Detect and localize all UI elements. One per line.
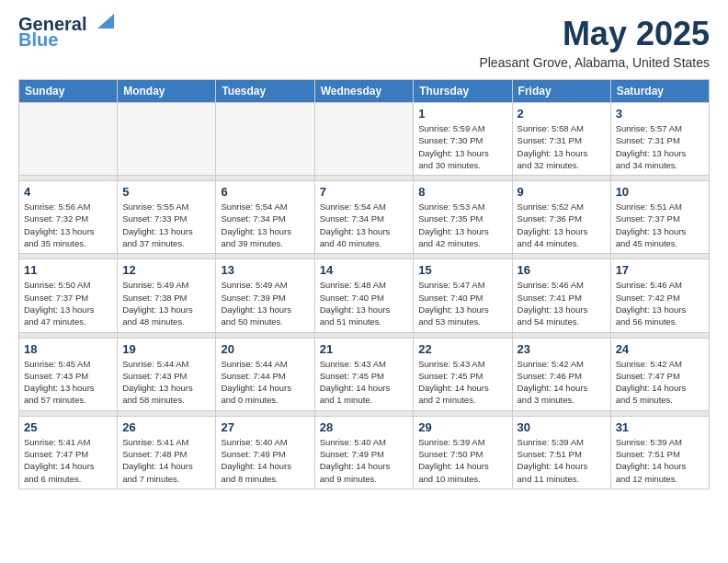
page-container: General Blue May 2025 Pleasant Grove, Al… <box>0 0 728 504</box>
day-number: 17 <box>616 263 704 277</box>
day-info: Sunrise: 5:58 AMSunset: 7:31 PMDaylight:… <box>518 122 606 171</box>
calendar-day: 25Sunrise: 5:41 AMSunset: 7:47 PMDayligh… <box>19 416 118 488</box>
day-number: 26 <box>122 420 210 434</box>
calendar-day: 2Sunrise: 5:58 AMSunset: 7:31 PMDaylight… <box>512 103 610 176</box>
calendar-day: 22Sunrise: 5:43 AMSunset: 7:45 PMDayligh… <box>414 338 512 410</box>
calendar-day: 1Sunrise: 5:59 AMSunset: 7:30 PMDaylight… <box>414 103 512 176</box>
header-tuesday: Tuesday <box>216 80 314 103</box>
day-number: 2 <box>518 107 606 121</box>
calendar-day: 17Sunrise: 5:46 AMSunset: 7:42 PMDayligh… <box>610 259 709 332</box>
calendar-day: 23Sunrise: 5:42 AMSunset: 7:46 PMDayligh… <box>512 338 610 410</box>
day-number: 1 <box>418 107 506 121</box>
logo-triangle-icon <box>97 14 114 29</box>
header-saturday: Saturday <box>610 80 709 103</box>
calendar-day: 3Sunrise: 5:57 AMSunset: 7:31 PMDaylight… <box>610 103 709 176</box>
day-info: Sunrise: 5:39 AMSunset: 7:51 PMDaylight:… <box>518 436 606 485</box>
header-sunday: Sunday <box>19 80 118 103</box>
calendar-day: 16Sunrise: 5:46 AMSunset: 7:41 PMDayligh… <box>512 259 610 332</box>
calendar-day: 8Sunrise: 5:53 AMSunset: 7:35 PMDaylight… <box>414 181 512 254</box>
day-info: Sunrise: 5:39 AMSunset: 7:51 PMDaylight:… <box>616 436 704 485</box>
day-info: Sunrise: 5:46 AMSunset: 7:42 PMDaylight:… <box>616 279 704 327</box>
day-info: Sunrise: 5:55 AMSunset: 7:33 PMDaylight:… <box>122 201 210 249</box>
day-number: 4 <box>24 185 112 199</box>
day-info: Sunrise: 5:44 AMSunset: 7:43 PMDaylight:… <box>122 358 210 407</box>
calendar-day <box>314 103 414 176</box>
day-number: 10 <box>616 185 704 199</box>
header-thursday: Thursday <box>414 80 512 103</box>
calendar-day: 29Sunrise: 5:39 AMSunset: 7:50 PMDayligh… <box>414 416 512 488</box>
calendar-day: 15Sunrise: 5:47 AMSunset: 7:40 PMDayligh… <box>414 259 512 332</box>
day-number: 21 <box>320 342 409 356</box>
day-info: Sunrise: 5:43 AMSunset: 7:45 PMDaylight:… <box>418 358 506 407</box>
month-title: May 2025 <box>479 15 710 53</box>
header-friday: Friday <box>512 80 610 103</box>
day-info: Sunrise: 5:45 AMSunset: 7:43 PMDaylight:… <box>24 358 112 407</box>
calendar-day: 10Sunrise: 5:51 AMSunset: 7:37 PMDayligh… <box>610 181 709 254</box>
day-number: 6 <box>221 185 309 199</box>
day-info: Sunrise: 5:54 AMSunset: 7:34 PMDaylight:… <box>320 201 409 249</box>
day-info: Sunrise: 5:42 AMSunset: 7:46 PMDaylight:… <box>518 358 606 407</box>
calendar-table: Sunday Monday Tuesday Wednesday Thursday… <box>18 79 710 489</box>
logo: General Blue <box>18 15 114 51</box>
calendar-day: 5Sunrise: 5:55 AMSunset: 7:33 PMDaylight… <box>118 181 216 254</box>
calendar-day: 21Sunrise: 5:43 AMSunset: 7:45 PMDayligh… <box>314 338 414 410</box>
day-number: 12 <box>122 263 210 277</box>
calendar-week-row-3: 11Sunrise: 5:50 AMSunset: 7:37 PMDayligh… <box>19 259 710 332</box>
day-number: 8 <box>418 185 506 199</box>
day-number: 5 <box>122 185 210 199</box>
day-number: 28 <box>320 420 409 434</box>
calendar-day: 20Sunrise: 5:44 AMSunset: 7:44 PMDayligh… <box>216 338 314 410</box>
calendar-week-row-1: 1Sunrise: 5:59 AMSunset: 7:30 PMDaylight… <box>19 103 710 176</box>
day-info: Sunrise: 5:47 AMSunset: 7:40 PMDaylight:… <box>418 279 506 327</box>
day-number: 14 <box>320 263 409 277</box>
day-info: Sunrise: 5:59 AMSunset: 7:30 PMDaylight:… <box>418 122 506 171</box>
day-number: 24 <box>616 342 704 356</box>
day-number: 7 <box>320 185 409 199</box>
calendar-day <box>19 103 118 176</box>
day-info: Sunrise: 5:43 AMSunset: 7:45 PMDaylight:… <box>320 358 409 407</box>
header: General Blue May 2025 Pleasant Grove, Al… <box>18 15 710 70</box>
day-number: 11 <box>24 263 112 277</box>
calendar-week-row-5: 25Sunrise: 5:41 AMSunset: 7:47 PMDayligh… <box>19 416 710 488</box>
day-info: Sunrise: 5:46 AMSunset: 7:41 PMDaylight:… <box>518 279 606 327</box>
calendar-week-row-4: 18Sunrise: 5:45 AMSunset: 7:43 PMDayligh… <box>19 338 710 410</box>
calendar-day: 27Sunrise: 5:40 AMSunset: 7:49 PMDayligh… <box>216 416 314 488</box>
day-info: Sunrise: 5:49 AMSunset: 7:38 PMDaylight:… <box>122 279 210 327</box>
svg-marker-0 <box>97 14 114 29</box>
day-info: Sunrise: 5:56 AMSunset: 7:32 PMDaylight:… <box>24 201 112 249</box>
calendar-day: 13Sunrise: 5:49 AMSunset: 7:39 PMDayligh… <box>216 259 314 332</box>
calendar-day: 26Sunrise: 5:41 AMSunset: 7:48 PMDayligh… <box>118 416 216 488</box>
day-number: 25 <box>24 420 112 434</box>
day-info: Sunrise: 5:48 AMSunset: 7:40 PMDaylight:… <box>320 279 409 327</box>
day-number: 20 <box>221 342 309 356</box>
day-info: Sunrise: 5:40 AMSunset: 7:49 PMDaylight:… <box>221 436 309 485</box>
day-number: 19 <box>122 342 210 356</box>
day-info: Sunrise: 5:49 AMSunset: 7:39 PMDaylight:… <box>221 279 309 327</box>
day-number: 31 <box>616 420 704 434</box>
day-number: 18 <box>24 342 112 356</box>
location: Pleasant Grove, Alabama, United States <box>479 55 710 70</box>
day-info: Sunrise: 5:44 AMSunset: 7:44 PMDaylight:… <box>221 358 309 407</box>
day-info: Sunrise: 5:39 AMSunset: 7:50 PMDaylight:… <box>418 436 506 485</box>
day-info: Sunrise: 5:42 AMSunset: 7:47 PMDaylight:… <box>616 358 704 407</box>
day-info: Sunrise: 5:41 AMSunset: 7:48 PMDaylight:… <box>122 436 210 485</box>
logo-blue: Blue <box>18 29 58 51</box>
calendar-day: 30Sunrise: 5:39 AMSunset: 7:51 PMDayligh… <box>512 416 610 488</box>
day-info: Sunrise: 5:51 AMSunset: 7:37 PMDaylight:… <box>616 201 704 249</box>
calendar-day: 19Sunrise: 5:44 AMSunset: 7:43 PMDayligh… <box>118 338 216 410</box>
calendar-day <box>216 103 314 176</box>
calendar-day: 14Sunrise: 5:48 AMSunset: 7:40 PMDayligh… <box>314 259 414 332</box>
calendar-day: 18Sunrise: 5:45 AMSunset: 7:43 PMDayligh… <box>19 338 118 410</box>
day-number: 23 <box>518 342 606 356</box>
day-number: 15 <box>418 263 506 277</box>
day-number: 3 <box>616 107 704 121</box>
calendar-day: 9Sunrise: 5:52 AMSunset: 7:36 PMDaylight… <box>512 181 610 254</box>
calendar-week-row-2: 4Sunrise: 5:56 AMSunset: 7:32 PMDaylight… <box>19 181 710 254</box>
calendar-day: 4Sunrise: 5:56 AMSunset: 7:32 PMDaylight… <box>19 181 118 254</box>
day-number: 22 <box>418 342 506 356</box>
day-info: Sunrise: 5:57 AMSunset: 7:31 PMDaylight:… <box>616 122 704 171</box>
header-monday: Monday <box>118 80 216 103</box>
calendar-day: 31Sunrise: 5:39 AMSunset: 7:51 PMDayligh… <box>610 416 709 488</box>
calendar-header-row: Sunday Monday Tuesday Wednesday Thursday… <box>19 80 710 103</box>
day-info: Sunrise: 5:53 AMSunset: 7:35 PMDaylight:… <box>418 201 506 249</box>
